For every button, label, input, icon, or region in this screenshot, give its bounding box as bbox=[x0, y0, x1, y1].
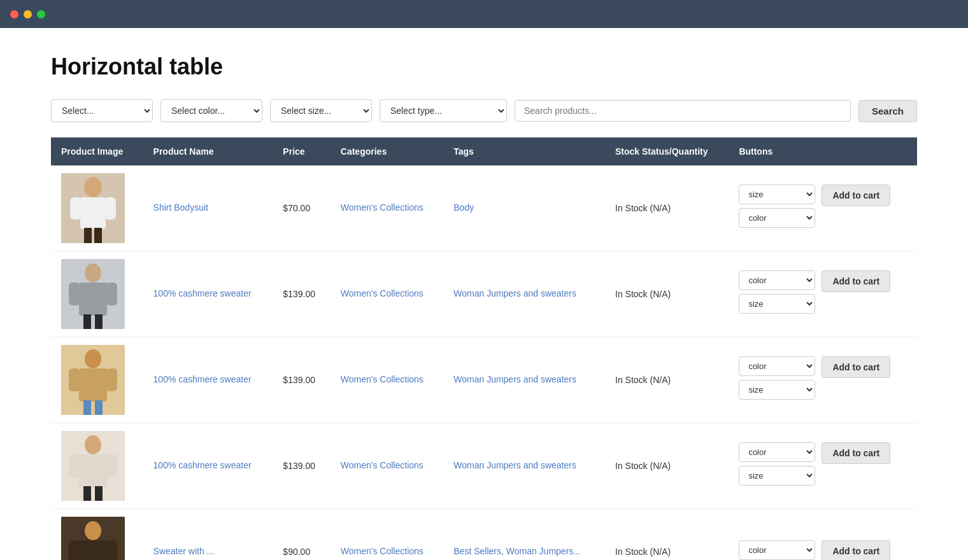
product-tags-cell-2: Woman Jumpers and sweaters bbox=[443, 251, 605, 337]
svg-rect-27 bbox=[95, 486, 103, 501]
add-to-cart-button-1[interactable]: Add to cart bbox=[822, 185, 890, 206]
svg-rect-4 bbox=[104, 197, 116, 220]
col-header-price: Price bbox=[273, 137, 330, 165]
table-row: Shirt Bodysuit$70.00Women's CollectionsB… bbox=[51, 165, 917, 251]
product-image-cell-4 bbox=[51, 423, 143, 509]
add-to-cart-button-5[interactable]: Add to cart bbox=[822, 540, 890, 561]
svg-rect-30 bbox=[79, 540, 107, 560]
svg-rect-23 bbox=[79, 454, 107, 487]
svg-rect-31 bbox=[69, 540, 80, 560]
product-name-link-4[interactable]: 100% cashmere sweater bbox=[153, 460, 252, 470]
size-select-4[interactable]: size bbox=[739, 466, 815, 486]
product-category-link-2[interactable]: Women's Collections bbox=[341, 288, 424, 298]
page-title: Horizontal table bbox=[51, 53, 917, 80]
product-stock-cell-4: In Stock (N/A) bbox=[605, 423, 729, 509]
search-button[interactable]: Search bbox=[858, 100, 917, 122]
product-buttons-cell-4: colorsizeAdd to cart bbox=[729, 423, 917, 509]
product-image-cell-1 bbox=[51, 165, 143, 251]
select-size-dropdown[interactable]: Select size... bbox=[270, 99, 372, 122]
product-price-cell-4: $139.00 bbox=[273, 423, 330, 509]
product-category-link-1[interactable]: Women's Collections bbox=[341, 202, 424, 213]
svg-rect-11 bbox=[106, 283, 117, 305]
product-buttons-cell-1: sizecolorAdd to cart bbox=[729, 165, 917, 251]
product-name-link-2[interactable]: 100% cashmere sweater bbox=[153, 288, 252, 298]
table-row: 100% cashmere sweater$139.00Women's Coll… bbox=[51, 337, 917, 423]
product-name-cell-4: 100% cashmere sweater bbox=[143, 423, 273, 509]
product-buttons-cell-2: colorsizeAdd to cart bbox=[729, 251, 917, 337]
color-select-2[interactable]: color bbox=[739, 270, 815, 290]
search-input[interactable] bbox=[515, 100, 851, 122]
size-select-3[interactable]: size bbox=[739, 380, 815, 400]
svg-point-15 bbox=[85, 349, 101, 368]
product-stock-cell-3: In Stock (N/A) bbox=[605, 337, 729, 423]
traffic-light-red[interactable] bbox=[10, 10, 18, 18]
svg-rect-17 bbox=[69, 368, 80, 391]
product-category-cell-2: Women's Collections bbox=[331, 251, 443, 337]
product-name-link-1[interactable]: Shirt Bodysuit bbox=[153, 202, 208, 213]
svg-rect-32 bbox=[106, 540, 117, 560]
col-header-name: Product Name bbox=[143, 137, 273, 165]
product-category-link-4[interactable]: Women's Collections bbox=[341, 460, 424, 470]
col-header-tags: Tags bbox=[443, 137, 605, 165]
svg-rect-24 bbox=[69, 454, 80, 477]
product-tag-link-1[interactable]: Body bbox=[453, 202, 474, 213]
color-select-4[interactable]: color bbox=[739, 442, 815, 462]
col-header-buttons: Buttons bbox=[729, 137, 917, 165]
product-tag-link-2[interactable]: Woman Jumpers and sweaters bbox=[453, 288, 576, 298]
product-category-link-3[interactable]: Women's Collections bbox=[341, 374, 424, 384]
add-to-cart-button-4[interactable]: Add to cart bbox=[822, 442, 890, 464]
product-buttons-cell-3: colorsizeAdd to cart bbox=[729, 337, 917, 423]
size-select-2[interactable]: size bbox=[739, 294, 815, 314]
color-select-1[interactable]: color bbox=[739, 208, 815, 228]
product-table: Product Image Product Name Price Categor… bbox=[51, 137, 917, 560]
svg-rect-20 bbox=[95, 400, 103, 415]
filters-bar: Select... Select color... Select size...… bbox=[51, 99, 917, 122]
product-price-cell-5: $90.00 bbox=[273, 509, 330, 561]
product-name-cell-1: Shirt Bodysuit bbox=[143, 165, 273, 251]
svg-rect-10 bbox=[69, 283, 80, 305]
traffic-light-yellow[interactable] bbox=[24, 10, 32, 18]
color-select-5[interactable]: color bbox=[739, 540, 815, 560]
col-header-stock: Stock Status/Quantity bbox=[605, 137, 729, 165]
product-name-link-5[interactable]: Sweater with ... bbox=[153, 546, 215, 556]
svg-rect-9 bbox=[79, 283, 107, 316]
product-tags-cell-5: Best Sellers, Woman Jumpers... bbox=[443, 509, 605, 561]
svg-point-29 bbox=[85, 521, 101, 540]
product-tag-link-5[interactable]: Best Sellers, Woman Jumpers... bbox=[453, 546, 581, 556]
add-to-cart-button-3[interactable]: Add to cart bbox=[822, 356, 890, 378]
product-image-2 bbox=[61, 259, 125, 329]
svg-rect-26 bbox=[83, 486, 91, 501]
select-product-dropdown[interactable]: Select... bbox=[51, 99, 153, 122]
product-category-link-5[interactable]: Women's Collections bbox=[341, 546, 424, 556]
select-color-dropdown[interactable]: Select color... bbox=[160, 99, 262, 122]
product-image-1 bbox=[61, 173, 125, 243]
product-price-cell-2: $139.00 bbox=[273, 251, 330, 337]
add-to-cart-button-2[interactable]: Add to cart bbox=[822, 270, 890, 292]
svg-rect-2 bbox=[80, 197, 106, 229]
col-header-categories: Categories bbox=[331, 137, 443, 165]
svg-rect-3 bbox=[70, 197, 82, 220]
title-bar bbox=[0, 0, 968, 28]
svg-rect-13 bbox=[95, 314, 103, 329]
size-select-1[interactable]: size bbox=[739, 185, 815, 204]
product-price-cell-3: $139.00 bbox=[273, 337, 330, 423]
table-row: 100% cashmere sweater$139.00Women's Coll… bbox=[51, 423, 917, 509]
product-tags-cell-1: Body bbox=[443, 165, 605, 251]
product-stock-cell-2: In Stock (N/A) bbox=[605, 251, 729, 337]
product-stock-cell-5: In Stock (N/A) bbox=[605, 509, 729, 561]
color-select-3[interactable]: color bbox=[739, 356, 815, 376]
product-price-cell-1: $70.00 bbox=[273, 165, 330, 251]
product-image-cell-3 bbox=[51, 337, 143, 423]
product-category-cell-1: Women's Collections bbox=[331, 165, 443, 251]
product-name-link-3[interactable]: 100% cashmere sweater bbox=[153, 374, 252, 384]
product-tag-link-4[interactable]: Woman Jumpers and sweaters bbox=[453, 460, 576, 470]
table-body: Shirt Bodysuit$70.00Women's CollectionsB… bbox=[51, 165, 917, 560]
product-tag-link-3[interactable]: Woman Jumpers and sweaters bbox=[453, 374, 576, 384]
svg-rect-18 bbox=[106, 368, 117, 391]
svg-point-22 bbox=[85, 435, 101, 454]
svg-point-8 bbox=[85, 263, 101, 283]
select-type-dropdown[interactable]: Select type... bbox=[380, 99, 507, 122]
product-category-cell-4: Women's Collections bbox=[331, 423, 443, 509]
traffic-light-green[interactable] bbox=[37, 10, 45, 18]
svg-rect-12 bbox=[83, 314, 91, 329]
